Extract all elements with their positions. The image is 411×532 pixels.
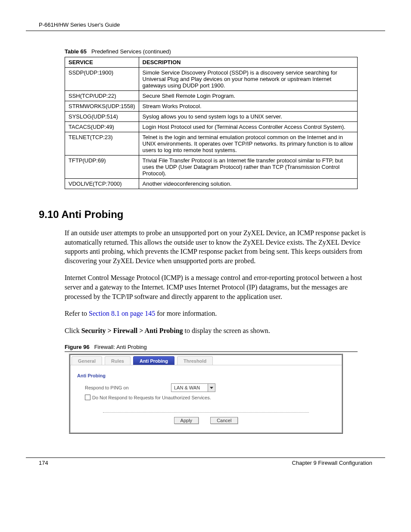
figure-number: Figure 96	[65, 344, 90, 350]
nav-path: Security > Firewall > Anti Probing	[81, 327, 183, 334]
page-number: 174	[39, 460, 48, 466]
tab-bar: General Rules Anti Probing Threshold	[70, 355, 342, 365]
paragraph-2: Internet Control Message Protocol (ICMP)…	[65, 273, 372, 301]
figure-caption-text: Firewall: Anti Probing	[94, 344, 147, 350]
page-footer: 174 Chapter 9 Firewall Configuration	[26, 457, 385, 466]
col-service: SERVICE	[65, 57, 139, 68]
unauthorized-label: Do Not Respond to Requests for Unauthori…	[92, 395, 211, 400]
page-header: P-661H/HW Series User's Guide	[26, 22, 385, 31]
panel-heading: Anti Probing	[77, 373, 335, 378]
tab-general[interactable]: General	[72, 356, 102, 365]
paragraph-4: Click Security > Firewall > Anti Probing…	[65, 326, 372, 336]
separator	[103, 412, 309, 413]
table-row: STRMWORKS(UDP:1558)Stream Works Protocol…	[65, 101, 358, 112]
cancel-button[interactable]: Cancel	[210, 417, 238, 424]
tab-rules[interactable]: Rules	[105, 356, 131, 365]
table-row: SSH(TCP/UDP:22)Secure Shell Remote Login…	[65, 91, 358, 101]
table-row: VDOLIVE(TCP:7000)Another videoconferenci…	[65, 179, 358, 189]
table-number: Table 65	[65, 48, 87, 55]
figure-caption: Figure 96 Firewall: Anti Probing	[65, 344, 358, 352]
table-caption: Table 65 Predefined Services (continued)	[65, 48, 372, 55]
table-row: SSDP(UDP:1900)Simole Service Discovery P…	[65, 68, 358, 91]
respond-ping-select[interactable]: LAN & WAN	[171, 383, 215, 392]
services-table: SERVICE DESCRIPTION SSDP(UDP:1900)Simole…	[65, 57, 358, 189]
chevron-down-icon	[208, 384, 215, 392]
respond-ping-label: Respond to PING on	[85, 385, 171, 390]
guide-title: P-661H/HW Series User's Guide	[39, 22, 120, 28]
paragraph-1: If an outside user attempts to probe an …	[65, 228, 372, 265]
apply-button[interactable]: Apply	[174, 417, 199, 424]
tab-threshold[interactable]: Threshold	[177, 356, 213, 365]
table-row: SYSLOG(UDP:514)Syslog allows you to send…	[65, 112, 358, 122]
section-heading: 9.10 Anti Probing	[39, 208, 372, 221]
paragraph-3: Refer to Section 8.1 on page 145 for mor…	[65, 309, 372, 318]
table-row: TACACS(UDP:49)Login Host Protocol used f…	[65, 122, 358, 132]
col-description: DESCRIPTION	[139, 57, 357, 68]
cross-ref-link[interactable]: Section 8.1 on page 145	[89, 310, 155, 317]
table-row: TFTP(UDP:69)Trivial File Transfer Protoc…	[65, 156, 358, 179]
tab-anti-probing[interactable]: Anti Probing	[133, 356, 174, 365]
respond-ping-value: LAN & WAN	[171, 385, 208, 391]
firewall-screenshot: General Rules Anti Probing Threshold Ant…	[69, 354, 343, 434]
chapter-label: Chapter 9 Firewall Configuration	[292, 460, 372, 466]
unauthorized-checkbox[interactable]	[85, 395, 90, 400]
table-caption-text: Predefined Services (continued)	[91, 48, 171, 55]
table-row: TELNET(TCP:23)Telnet is the login and te…	[65, 132, 358, 156]
